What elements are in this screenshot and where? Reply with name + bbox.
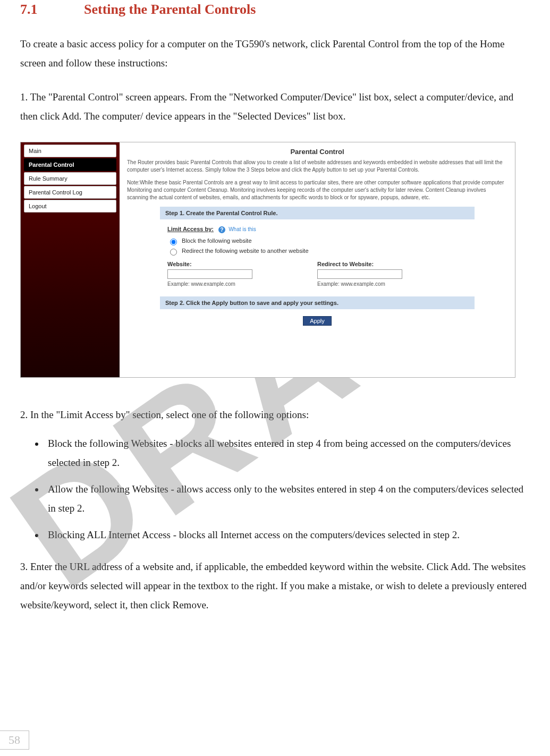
step-2-bar: Step 2. Click the Apply button to save a… [160, 296, 475, 309]
radio-redirect-website[interactable]: Redirect the following website to anothe… [167, 247, 467, 256]
help-link[interactable]: What is this [229, 226, 256, 232]
redirect-input[interactable] [317, 269, 402, 279]
redirect-field-group: Redirect to Website: Example: www.exampl… [317, 261, 467, 287]
router-intro-2: Note:While these basic Parental Controls… [127, 179, 507, 201]
step-2-options: Block the following Websites - blocks al… [20, 434, 529, 545]
router-screenshot: Main Parental Control Rule Summary Paren… [20, 142, 515, 378]
radio-block-website[interactable]: Block the following website [167, 237, 467, 245]
step-3-paragraph: 3. Enter the URL address of a website an… [20, 557, 529, 615]
step-1-bar: Step 1. Create the Parental Control Rule… [160, 207, 475, 219]
bullet-blockall: Blocking ALL Internet Access - blocks al… [45, 525, 529, 545]
radio-redirect-label: Redirect the following website to anothe… [182, 248, 308, 254]
bullet-block: Block the following Websites - blocks al… [45, 434, 529, 472]
sidebar-item-logout[interactable]: Logout [24, 200, 116, 213]
sidebar-item-rule-summary[interactable]: Rule Summary [24, 172, 116, 185]
website-field-group: Website: Example: www.example.com [167, 261, 317, 287]
step-2-lead: 2. In the "Limit Access by" section, sel… [20, 405, 529, 424]
redirect-label: Redirect to Website: [317, 261, 467, 267]
router-intro-1: The Router provides basic Parental Contr… [127, 159, 507, 174]
router-panel-title: Parental Control [120, 142, 515, 159]
radio-block-input[interactable] [170, 239, 177, 245]
router-intro-text: The Router provides basic Parental Contr… [120, 159, 515, 201]
page-number: 58 [0, 730, 29, 750]
intro-paragraph: To create a basic access policy for a co… [20, 35, 529, 73]
step-1-body: Limit Access by: ? What is this Block th… [120, 226, 515, 287]
sidebar-item-main[interactable]: Main [24, 145, 116, 157]
router-main-panel: Parental Control The Router provides bas… [120, 142, 515, 377]
radio-block-label: Block the following website [182, 237, 251, 244]
redirect-example: Example: www.example.com [317, 281, 467, 287]
limit-access-label: Limit Access by: [167, 226, 214, 232]
section-heading: 7.1Setting the Parental Controls [20, 2, 529, 18]
sidebar-item-parental-log[interactable]: Parental Control Log [24, 186, 116, 199]
sidebar-item-parental-control[interactable]: Parental Control [24, 158, 116, 171]
section-number: 7.1 [20, 2, 84, 18]
help-icon[interactable]: ? [218, 226, 225, 233]
step-1-paragraph: 1. The "Parental Control" screen appears… [20, 88, 529, 126]
radio-redirect-input[interactable] [170, 249, 177, 256]
section-title: Setting the Parental Controls [84, 2, 256, 17]
website-example: Example: www.example.com [167, 281, 317, 287]
bullet-allow: Allow the following Websites - allows ac… [45, 480, 529, 518]
website-label: Website: [167, 261, 317, 267]
website-input[interactable] [167, 269, 252, 279]
apply-button[interactable]: Apply [303, 316, 332, 326]
router-sidebar: Main Parental Control Rule Summary Paren… [21, 142, 120, 377]
